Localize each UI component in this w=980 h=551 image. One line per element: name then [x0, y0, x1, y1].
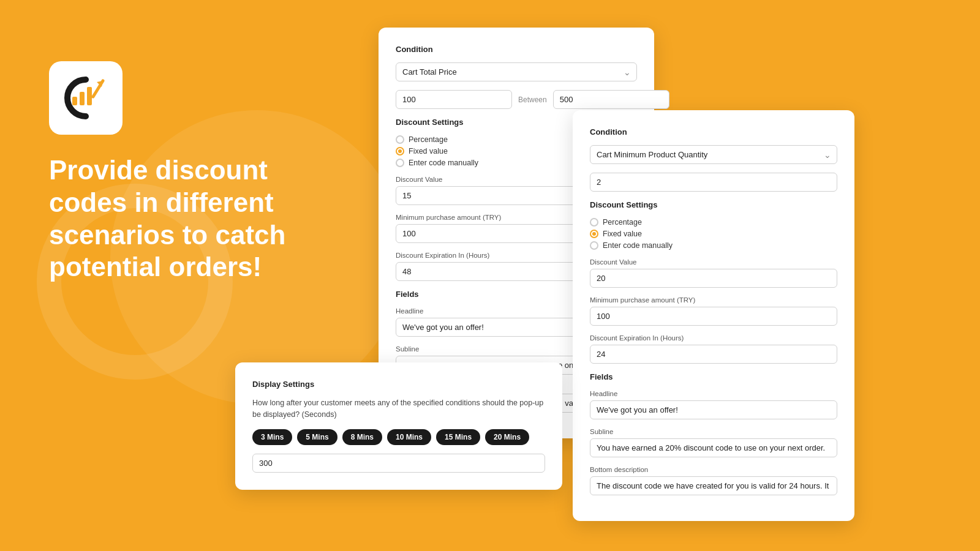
- svg-rect-1: [80, 92, 85, 105]
- card1-radio-label-manual: Enter code manually: [409, 159, 478, 167]
- card2-headline-group: Headline: [590, 390, 837, 419]
- card2-expiration-label: Discount Expiration In (Hours): [590, 334, 837, 342]
- card1-condition-group: Cart Total Price: [396, 62, 637, 81]
- logo-box: [49, 61, 123, 135]
- hero-tagline: Provide discount codes in different scen…: [49, 154, 343, 283]
- card2-headline-label: Headline: [590, 390, 837, 397]
- seconds-input[interactable]: [252, 454, 545, 473]
- time-buttons-group: 3 Mins 5 Mins 8 Mins 10 Mins 15 Mins 20 …: [252, 429, 545, 445]
- card2-expiration-group: Discount Expiration In (Hours): [590, 334, 837, 364]
- card2-subline-group: Subline: [590, 428, 837, 457]
- card2-quantity-group: [590, 173, 837, 192]
- card2-radio-manual[interactable]: Enter code manually: [590, 241, 837, 250]
- card2-discount-value-label: Discount Value: [590, 258, 837, 266]
- card2-radio-dot-percentage: [590, 218, 598, 227]
- svg-rect-0: [72, 97, 77, 105]
- card2-condition-select-wrapper[interactable]: Cart Minimum Product Quantity: [590, 145, 837, 164]
- card2-radio-dot-fixed: [590, 230, 598, 238]
- card2-radio-fixed[interactable]: Fixed value: [590, 230, 837, 238]
- card2-subline-input[interactable]: [590, 438, 837, 457]
- card2-condition-select[interactable]: Cart Minimum Product Quantity: [590, 145, 837, 164]
- card2-subline-label: Subline: [590, 428, 837, 435]
- time-btn-5mins[interactable]: 5 Mins: [297, 429, 337, 445]
- card2-quantity-input[interactable]: [590, 173, 837, 192]
- card2-radio-label-fixed: Fixed value: [603, 230, 642, 238]
- left-panel: Provide discount codes in different scen…: [49, 61, 343, 283]
- card2-bottom-desc-group: Bottom description: [590, 466, 837, 495]
- card3-desc: How long after your customer meets any o…: [252, 397, 545, 421]
- card2-min-purchase-input[interactable]: [590, 307, 837, 326]
- card2-min-purchase-label: Minimum purchase amount (TRY): [590, 296, 837, 304]
- time-btn-10mins[interactable]: 10 Mins: [387, 429, 431, 445]
- time-btn-3mins[interactable]: 3 Mins: [252, 429, 292, 445]
- card1-value-from[interactable]: [396, 90, 512, 109]
- card1-radio-dot-fixed: [396, 147, 404, 156]
- card1-value-to[interactable]: [553, 90, 669, 109]
- card1-title: Condition: [396, 45, 637, 54]
- logo-icon: [61, 73, 110, 122]
- card2-bottom-desc-label: Bottom description: [590, 466, 837, 473]
- card2-fields-title: Fields: [590, 372, 837, 381]
- time-btn-8mins[interactable]: 8 Mins: [342, 429, 382, 445]
- card2-min-purchase-group: Minimum purchase amount (TRY): [590, 296, 837, 326]
- card1-radio-label-percentage: Percentage: [409, 135, 448, 144]
- card2-discount-value-input[interactable]: [590, 269, 837, 288]
- card1-between-label: Between: [518, 96, 547, 104]
- card2-headline-input[interactable]: [590, 400, 837, 419]
- card1-radio-dot-percentage: [396, 135, 404, 144]
- card1-radio-label-fixed: Fixed value: [409, 147, 448, 156]
- card1-between-row: Between: [396, 90, 637, 109]
- card2-radio-label-percentage: Percentage: [603, 218, 642, 227]
- card2-radio-group: Percentage Fixed value Enter code manual…: [590, 218, 837, 250]
- card1-condition-select-wrapper[interactable]: Cart Total Price: [396, 62, 637, 81]
- card2-radio-dot-manual: [590, 241, 598, 250]
- card2-discount-value-group: Discount Value: [590, 258, 837, 288]
- card2-radio-percentage[interactable]: Percentage: [590, 218, 837, 227]
- time-btn-20mins[interactable]: 20 Mins: [485, 429, 529, 445]
- card-condition-2: Condition Cart Minimum Product Quantity …: [573, 110, 854, 521]
- card2-radio-label-manual: Enter code manually: [603, 241, 673, 250]
- card3-title: Display Settings: [252, 380, 545, 389]
- card1-condition-select[interactable]: Cart Total Price: [396, 62, 637, 81]
- card2-title: Condition: [590, 127, 837, 137]
- card2-discount-title: Discount Settings: [590, 200, 837, 209]
- svg-rect-2: [87, 87, 92, 105]
- card-display-settings: Display Settings How long after your cus…: [235, 362, 562, 490]
- time-btn-15mins[interactable]: 15 Mins: [436, 429, 480, 445]
- card1-radio-dot-manual: [396, 159, 404, 167]
- card2-bottom-desc-input[interactable]: [590, 476, 837, 495]
- card2-expiration-input[interactable]: [590, 345, 837, 364]
- card2-condition-group: Cart Minimum Product Quantity: [590, 145, 837, 164]
